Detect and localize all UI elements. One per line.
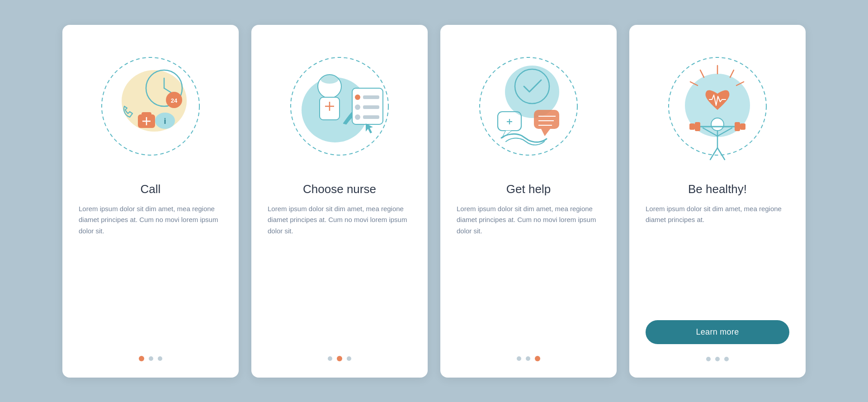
dot-1 (517, 356, 521, 361)
svg-rect-25 (363, 105, 379, 109)
choose-nurse-illustration (276, 43, 403, 170)
choose-nurse-title: Choose nurse (303, 182, 376, 196)
svg-text:24: 24 (171, 97, 178, 104)
svg-rect-8 (142, 112, 151, 116)
choose-nurse-body: Lorem ipsum dolor sit dim amet, mea regi… (268, 203, 411, 343)
dot-3 (158, 356, 162, 361)
svg-rect-36 (534, 110, 559, 129)
svg-rect-55 (735, 122, 740, 131)
svg-point-23 (355, 114, 360, 120)
choose-nurse-dots (328, 356, 351, 361)
be-healthy-body: Lorem ipsum dolor sit dim amet, mea regi… (646, 203, 789, 311)
dot-2 (149, 356, 153, 361)
get-help-body: Lorem ipsum dolor sit dim amet, mea regi… (457, 203, 600, 343)
be-healthy-title: Be healthy! (688, 182, 747, 196)
svg-point-21 (355, 95, 360, 100)
svg-rect-24 (363, 95, 379, 99)
get-help-title: Get help (506, 182, 551, 196)
card-call: 24 i Call Lorem ipsum dolor sit dim amet… (62, 25, 239, 378)
svg-line-46 (700, 70, 704, 77)
dot-3 (535, 356, 540, 361)
svg-rect-56 (740, 123, 745, 130)
dot-1 (139, 356, 144, 361)
be-healthy-dots (706, 357, 729, 361)
svg-rect-26 (363, 115, 379, 119)
dot-1 (706, 357, 711, 361)
be-healthy-illustration (654, 43, 781, 170)
svg-point-16 (321, 75, 339, 84)
svg-line-57 (710, 148, 717, 160)
svg-rect-54 (689, 123, 695, 130)
svg-line-58 (717, 148, 725, 160)
cards-container: 24 i Call Lorem ipsum dolor sit dim amet… (35, 7, 833, 396)
card-choose-nurse: Choose nurse Lorem ipsum dolor sit dim a… (251, 25, 428, 378)
svg-marker-27 (366, 123, 373, 133)
dot-3 (347, 356, 351, 361)
learn-more-button[interactable]: Learn more (646, 320, 789, 344)
call-body: Lorem ipsum dolor sit dim amet, mea regi… (79, 203, 222, 343)
call-title: Call (141, 182, 161, 196)
call-illustration: 24 i (87, 43, 214, 170)
dot-3 (724, 357, 729, 361)
svg-marker-37 (541, 129, 550, 136)
svg-point-48 (711, 118, 724, 131)
svg-text:i: i (164, 117, 166, 126)
dot-2 (526, 356, 530, 361)
call-dots (139, 356, 162, 361)
get-help-illustration (465, 43, 592, 170)
svg-rect-53 (695, 122, 700, 131)
svg-point-22 (355, 104, 360, 110)
card-get-help: Get help Lorem ipsum dolor sit dim amet,… (440, 25, 617, 378)
svg-line-44 (730, 70, 734, 77)
card-be-healthy: Be healthy! Lorem ipsum dolor sit dim am… (629, 25, 806, 378)
dot-2 (337, 356, 342, 361)
get-help-dots (517, 356, 540, 361)
dot-2 (715, 357, 720, 361)
dot-1 (328, 356, 332, 361)
